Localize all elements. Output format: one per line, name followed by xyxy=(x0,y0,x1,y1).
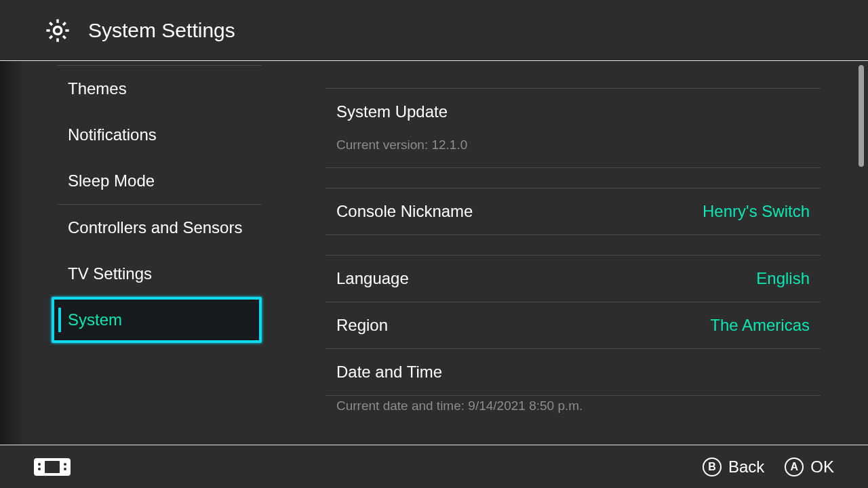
sidebar-item-label: Themes xyxy=(68,79,127,98)
console-icon[interactable] xyxy=(34,458,71,476)
sidebar-item-label: amiibo xyxy=(68,41,116,44)
row-label: System Update xyxy=(336,102,448,121)
row-value: Henry's Switch xyxy=(703,202,810,221)
a-button-icon: A xyxy=(785,458,804,476)
settings-sidebar: amiibo Themes Notifications Sleep Mode C… xyxy=(0,61,278,445)
row-console-nickname[interactable]: Console Nickname Henry's Switch xyxy=(326,188,821,235)
sidebar-item-amiibo[interactable]: amiibo xyxy=(0,41,278,65)
row-value: The Americas xyxy=(710,316,810,335)
row-value: English xyxy=(756,269,810,288)
section-gap xyxy=(326,235,821,255)
hint-ok[interactable]: A OK xyxy=(785,458,834,476)
scrollbar-thumb[interactable] xyxy=(859,65,864,167)
sidebar-item-label: TV Settings xyxy=(68,264,152,283)
hint-label: OK xyxy=(810,458,834,476)
b-button-icon: B xyxy=(703,458,722,476)
sidebar-item-tv-settings[interactable]: TV Settings xyxy=(0,251,278,297)
sidebar-item-label: System xyxy=(68,310,122,329)
svg-point-0 xyxy=(54,26,61,34)
row-label: Date and Time xyxy=(336,363,442,382)
system-panel: System Update Current version: 12.1.0 Co… xyxy=(278,61,868,445)
sidebar-item-sleep-mode[interactable]: Sleep Mode xyxy=(0,158,278,204)
sidebar-item-themes[interactable]: Themes xyxy=(0,66,278,112)
row-region[interactable]: Region The Americas xyxy=(326,302,821,348)
row-date-time[interactable]: Date and Time xyxy=(326,348,821,396)
sidebar-item-label: Sleep Mode xyxy=(68,171,155,190)
date-time-current: Current date and time: 9/14/2021 8:50 p.… xyxy=(326,396,821,413)
sidebar-item-notifications[interactable]: Notifications xyxy=(0,112,278,158)
row-label: Console Nickname xyxy=(336,202,473,221)
footer: B Back A OK xyxy=(0,445,868,488)
sidebar-item-system[interactable]: System xyxy=(52,297,262,343)
section-gap xyxy=(326,167,821,188)
row-language[interactable]: Language English xyxy=(326,255,821,302)
row-label: Region xyxy=(336,316,388,335)
sidebar-item-label: Notifications xyxy=(68,125,157,144)
row-system-update[interactable]: System Update xyxy=(326,88,821,135)
row-label: Language xyxy=(336,269,409,288)
sidebar-item-controllers-sensors[interactable]: Controllers and Sensors xyxy=(0,205,278,251)
sidebar-item-label: Controllers and Sensors xyxy=(68,218,242,237)
system-update-version: Current version: 12.1.0 xyxy=(326,135,821,167)
hint-back[interactable]: B Back xyxy=(703,458,764,476)
page-title: System Settings xyxy=(88,19,235,42)
hint-label: Back xyxy=(728,458,764,476)
